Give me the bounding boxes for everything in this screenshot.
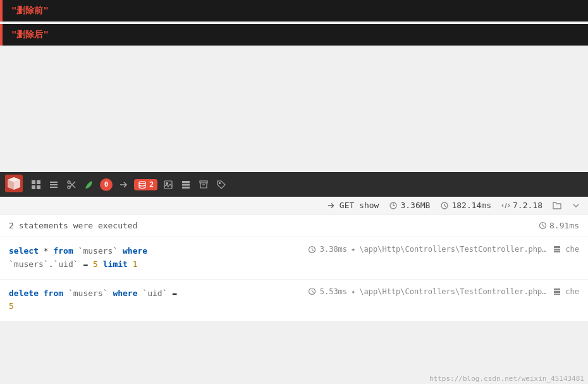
lines-icon[interactable] [47, 178, 61, 192]
svg-rect-9 [50, 184, 58, 185]
query-1-extra: che [565, 245, 579, 254]
archive-icon[interactable] [197, 178, 211, 192]
time-info: 182.14ms [440, 201, 491, 210]
svg-rect-39 [554, 251, 560, 252]
svg-rect-18 [182, 181, 190, 183]
query-1-meta: 3.38ms ✦ \app\Http\Controllers\TestContr… [308, 245, 579, 254]
svg-line-30 [505, 203, 506, 208]
stack-icon-q1 [553, 245, 561, 254]
query-2-meta: 5.53ms ✦ \app\Http\Controllers\TestContr… [308, 287, 579, 296]
database-icon [138, 180, 147, 189]
query-1-code: select * from `musers` where `musers`.`u… [9, 245, 147, 271]
leaf-icon[interactable] [82, 178, 96, 192]
folder-icon [553, 201, 561, 210]
chevron-down-icon [572, 201, 580, 210]
toolbar: 0 2 [0, 172, 588, 197]
stack-icon-q2 [553, 287, 561, 296]
svg-line-29 [444, 206, 446, 207]
svg-rect-45 [554, 294, 560, 295]
time-icon-q1 [308, 245, 316, 254]
clock-icon [539, 221, 547, 230]
svg-point-23 [219, 182, 221, 183]
scissors-icon[interactable] [64, 178, 78, 192]
svg-rect-44 [554, 291, 560, 293]
svg-rect-19 [182, 183, 190, 185]
banner-after: "删除后" [0, 24, 588, 46]
version-value: 7.2.18 [513, 201, 542, 210]
route-arrow-icon [327, 201, 336, 210]
banner-before: "删除前" [0, 0, 588, 22]
tag-icon[interactable] [214, 178, 228, 192]
svg-rect-7 [37, 185, 40, 189]
svg-rect-37 [554, 246, 560, 248]
footer-url: https://blog.csdn.net/weixin_45143481 [426, 373, 588, 384]
memory-info: 3.36MB [389, 201, 430, 210]
svg-rect-20 [182, 187, 190, 189]
svg-rect-38 [554, 249, 560, 251]
svg-line-42 [312, 292, 314, 293]
query-1-file: \app\Http\Controllers\TestController.php… [359, 245, 549, 254]
logo-icon [5, 175, 23, 192]
pin-icon-q2: ✦ [351, 287, 355, 296]
query-2-code: delete from `musers` where `uid` = 5 [9, 287, 177, 314]
svg-rect-6 [32, 185, 35, 189]
statements-time: 8.91ms [539, 221, 579, 230]
banner-after-text: "删除后" [11, 29, 49, 39]
svg-point-15 [139, 181, 145, 183]
app-logo[interactable] [5, 175, 23, 194]
pin-icon-q1: ✦ [351, 245, 355, 254]
svg-line-33 [543, 226, 545, 227]
time-value: 182.14ms [451, 201, 491, 210]
code-icon [501, 201, 510, 210]
route-label: GET show [340, 201, 379, 210]
svg-rect-4 [32, 180, 35, 184]
svg-line-36 [312, 249, 314, 251]
statements-header: 2 statements were executed 8.91ms [0, 214, 588, 237]
content-area: 2 statements were executed 8.91ms select… [0, 214, 588, 321]
spacer-area [0, 46, 588, 172]
query-row-2: delete from `musers` where `uid` = 5 5.5… [0, 280, 588, 322]
footer-url-text: https://blog.csdn.net/weixin_45143481 [429, 375, 584, 383]
svg-point-11 [68, 181, 70, 183]
query-1-time: 3.38ms [320, 245, 347, 254]
query-2-file: \app\Http\Controllers\TestController.php… [359, 287, 549, 296]
time-icon [440, 201, 449, 210]
chevron-down-info[interactable] [572, 201, 580, 210]
statements-summary: 2 statements were executed [9, 221, 138, 230]
memory-value: 3.36MB [400, 201, 430, 210]
time-icon-q2 [308, 287, 316, 295]
query-row-1: select * from `musers` where `musers`.`u… [0, 237, 588, 280]
version-info: 7.2.18 [501, 201, 542, 210]
svg-point-17 [166, 182, 168, 184]
query-2-extra: che [565, 287, 579, 296]
svg-rect-8 [50, 182, 58, 183]
grid-icon[interactable] [29, 178, 43, 192]
database-badge-count: 2 [149, 180, 154, 189]
query-2-time: 5.53ms [320, 287, 347, 296]
svg-rect-43 [554, 288, 560, 290]
arrow-forward-icon[interactable] [116, 178, 130, 192]
folder-info[interactable] [553, 201, 561, 210]
status-bar: GET show 3.36MB 182.14ms 7.2.18 [0, 197, 588, 214]
svg-point-12 [68, 186, 70, 189]
list-icon[interactable] [179, 178, 193, 192]
svg-rect-5 [37, 180, 40, 184]
svg-rect-10 [50, 187, 58, 188]
image-icon[interactable] [161, 178, 175, 192]
svg-rect-21 [200, 181, 207, 183]
total-time: 8.91ms [549, 221, 579, 230]
route-info: GET show [327, 201, 379, 210]
leaf-badge: 0 [100, 178, 113, 191]
database-badge[interactable]: 2 [134, 179, 157, 190]
memory-icon [389, 201, 398, 210]
banner-before-text: "删除前" [11, 5, 49, 15]
